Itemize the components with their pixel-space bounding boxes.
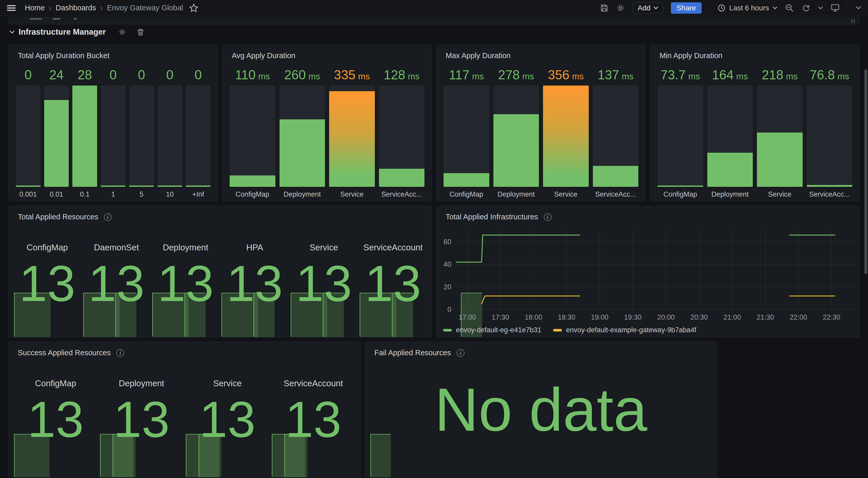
bar-column: 240.01 [44, 67, 69, 199]
breadcrumb-separator: › [100, 4, 103, 12]
page-scrollbar-thumb[interactable] [864, 69, 867, 274]
x-axis-tick-label: 21:00 [723, 313, 741, 321]
bar-track [443, 86, 489, 187]
zoom-out-icon[interactable] [785, 4, 794, 12]
y-axis-tick-label: 60 [443, 238, 451, 246]
legend-color [553, 329, 562, 331]
row-delete-trash-icon[interactable] [137, 28, 144, 36]
bar-gauge: 00.001240.01280.101050100+Inf [16, 67, 211, 199]
bar-track [329, 86, 375, 187]
panel-title[interactable]: Max Apply Duration [445, 52, 510, 60]
bar-column: 137msServiceAcc... [593, 67, 639, 199]
info-icon[interactable]: i [544, 213, 552, 221]
breadcrumb-dashboards[interactable]: Dashboards [56, 4, 96, 12]
bar-track [757, 86, 803, 187]
bar-track [230, 86, 275, 187]
x-axis-tick-label: 22:00 [790, 313, 807, 321]
panel-success-applied-resources: Success Applied Resources i ConfigMap13D… [8, 341, 361, 477]
row-title[interactable]: Infrastructure Manager [19, 27, 106, 37]
panel-title[interactable]: Success Applied Resources [18, 349, 111, 357]
bar-value: 0 [194, 67, 202, 84]
panel-total-apply-duration-bucket: Total Apply Duration Bucket 00.001240.01… [8, 44, 218, 202]
panel-total-applied-infrastructures: Total Applied Infrastructures i 02040601… [436, 206, 860, 337]
legend-label: envoy-default-example-gateway-9b7aba4f [566, 326, 696, 334]
bar-fill [543, 86, 589, 187]
time-range-picker[interactable]: Last 6 hours [717, 4, 777, 12]
bar-gauge: 117msConfigMap278msDeployment356msServic… [443, 67, 638, 199]
bar-label: Deployment [498, 189, 535, 199]
sparkline [272, 429, 391, 477]
bar-fill [707, 153, 753, 187]
series-line [482, 296, 580, 304]
bar-column: 73.7msConfigMap [657, 67, 703, 199]
add-button[interactable]: Add [633, 2, 663, 14]
partial-panel-above: II [8, 17, 860, 25]
dashboard-settings-gear-icon[interactable] [616, 4, 625, 12]
time-series-plot[interactable]: 020406017:0017:3018:0018:3019:0019:3020:… [436, 206, 860, 338]
panel-min-apply-duration: Min Apply Duration 73.7msConfigMap164msD… [650, 44, 860, 202]
bar-track [807, 86, 852, 187]
bar-fill [44, 100, 69, 187]
legend-item[interactable]: envoy-default-eg-e41e7b31 [443, 326, 541, 334]
clipped-text-fragment [53, 18, 60, 20]
bar-label: ServiceAcc... [595, 189, 636, 199]
legend-item[interactable]: envoy-default-example-gateway-9b7aba4f [553, 326, 696, 334]
divider [847, 4, 848, 12]
info-icon[interactable]: i [457, 349, 464, 357]
bar-fill [493, 114, 539, 187]
info-icon[interactable]: i [104, 213, 112, 221]
bar-fill [657, 185, 703, 187]
panel-resize-handle[interactable]: II [851, 18, 856, 24]
bar-value: 128ms [383, 67, 420, 84]
refresh-icon[interactable] [802, 4, 810, 12]
panel-title[interactable]: Min Apply Duration [659, 52, 722, 60]
favorite-star-icon[interactable] [189, 4, 198, 12]
bar-label: 0.1 [80, 189, 90, 199]
bar-column: 110msConfigMap [230, 67, 275, 199]
bar-label: Deployment [711, 189, 749, 199]
bar-track [593, 86, 639, 187]
bar-value: 164ms [712, 67, 748, 84]
bar-fill [129, 185, 154, 187]
stat-cell: Deployment13 [152, 206, 219, 337]
bar-column: 335msService [329, 67, 375, 199]
share-button[interactable]: Share [671, 2, 702, 14]
panel-title[interactable]: Avg Apply Duration [232, 52, 295, 60]
bar-value: 335ms [334, 67, 370, 84]
info-icon[interactable]: i [116, 349, 124, 357]
bar-value: 73.7ms [660, 67, 700, 84]
clock-icon [717, 4, 726, 12]
breadcrumb-home[interactable]: Home [25, 4, 45, 12]
panel-title[interactable]: Fail Applied Resources [374, 349, 451, 357]
bar-track [44, 86, 69, 187]
bar-label: 0.01 [50, 189, 63, 199]
refresh-interval-chevron-icon[interactable] [818, 6, 823, 9]
x-axis-tick-label: 19:00 [591, 313, 609, 321]
bar-column: 278msDeployment [493, 67, 539, 199]
hamburger-menu-icon[interactable] [7, 4, 16, 11]
stat-cell: ConfigMap13 [14, 206, 81, 337]
stat-cell: ServiceAccount13 [359, 206, 427, 337]
bar-fill [379, 169, 425, 187]
stat-cell: HPA13 [221, 206, 288, 337]
stat-cell: Service13 [185, 342, 270, 477]
collapse-header-chevron-icon[interactable] [856, 6, 861, 10]
legend: envoy-default-eg-e41e7b31envoy-default-e… [443, 326, 696, 334]
x-axis-tick-label: 22:30 [823, 313, 840, 321]
bar-column: 164msDeployment [707, 67, 753, 199]
bar-fill [593, 166, 639, 187]
bar-fill [757, 132, 803, 187]
panel-title[interactable]: Total Apply Duration Bucket [18, 52, 110, 60]
tv-kiosk-mode-icon[interactable] [831, 4, 840, 12]
row-collapse-chevron-icon[interactable] [9, 30, 15, 34]
bar-label: Service [340, 189, 364, 199]
row-settings-gear-icon[interactable] [118, 28, 126, 36]
panel-title[interactable]: Total Applied Resources [18, 213, 98, 221]
save-dashboard-icon[interactable] [600, 4, 609, 12]
stat-label: HPA [221, 243, 288, 252]
stat-label: ServiceAccount [272, 379, 355, 388]
bar-gauge: 110msConfigMap260msDeployment335msServic… [230, 67, 425, 199]
stat-label: Deployment [100, 379, 184, 388]
panel-title[interactable]: Total Applied Infrastructures [445, 213, 538, 221]
clipped-text-fragment [74, 18, 77, 20]
